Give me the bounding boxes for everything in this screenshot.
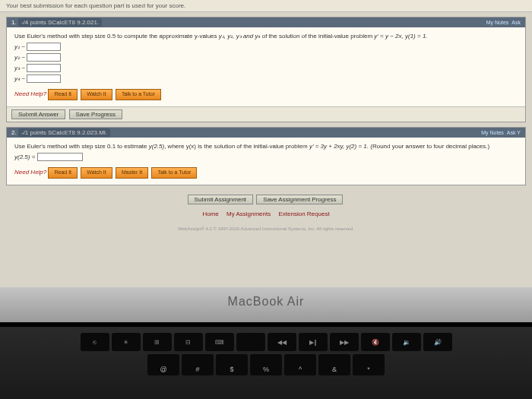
question-1: 1. -/4 points SCalcET8 9.2.021. My Notes… [6,17,526,122]
q1-ask[interactable]: Ask [511,20,521,25]
key-f1: ⎋ [81,333,109,351]
talk-tutor-2[interactable]: Talk to a Tutor [151,167,197,179]
y1-label: y₁ ~ [14,43,25,50]
y1-input[interactable] [27,43,61,51]
q2-text-a: Use Euler's method with step size 0.1 to… [14,143,149,150]
key-f9: ▶▶ [330,333,359,351]
key-f5: ⌨ [205,333,234,351]
y3-label: y₃ ~ [14,65,25,71]
q2-header: 2. -/1 points SCalcET8 9.2.023.MI. My No… [7,128,525,138]
q1-yvals: y₁, y₂, y₃ and y₄ [219,33,261,40]
y2-label: y₂ ~ [14,54,25,61]
extension-link[interactable]: Extension Request [278,211,329,217]
key-f4: ⊟ [174,333,203,351]
q1-mynotes[interactable]: My Notes [486,20,509,25]
q1-eq: y' = y − 2x, y(1) = 1. [374,33,427,40]
score-note: Your best submission for each question p… [0,0,532,12]
y4-label: y₄ ~ [14,75,25,82]
submit-assignment[interactable]: Submit Assignment [188,195,253,204]
key-dollar: $ [216,354,248,375]
key-f12: 🔊 [423,333,452,351]
q1-text-a: Use Euler's method with step size 0.5 to… [14,33,219,40]
y25-input[interactable] [37,153,83,161]
key-f7: ◀◀ [268,333,296,351]
y25-label: y(2.5) = [14,154,37,160]
q2-text-b: , where y(x) is the solution of the init… [164,143,309,150]
q1-header: 1. -/4 points SCalcET8 9.2.021. My Notes… [7,17,525,27]
q2-yval: y(2.5) [149,143,164,150]
q2-body: Use Euler's method with step size 0.1 to… [7,138,525,185]
watch-it-1[interactable]: Watch It [81,89,112,100]
submit-answer-1[interactable]: Submit Answer [11,109,65,119]
master-it-2[interactable]: Master It [116,167,148,179]
key-star: * [353,354,385,375]
home-link[interactable]: Home [202,211,218,217]
assignments-link[interactable]: My Assignments [226,211,271,217]
page-actions: Submit Assignment Save Assignment Progre… [0,195,532,204]
key-caret: ^ [284,354,316,375]
key-f8: ▶‖ [299,333,328,351]
q2-eq: y' = 3y + 2xy, y(2) = 1. [309,143,369,150]
q1-body: Use Euler's method with step size 0.5 to… [7,27,525,106]
read-it-2[interactable]: Read It [48,167,78,179]
watch-it-2[interactable]: Watch It [81,167,112,179]
save-progress-1[interactable]: Save Progress [69,109,122,119]
save-assignment[interactable]: Save Assignment Progress [256,195,343,204]
y4-input[interactable] [27,74,61,83]
q2-points: -/1 points SCalcET8 9.2.023.MI. [18,128,110,137]
key-amp: & [318,354,350,375]
need-help-2: Need Help? [14,168,46,177]
q2-round: (Round your answer to four decimal place… [369,143,489,150]
key-hash: # [182,354,214,375]
key-f10: 🔇 [361,333,390,351]
key-f2: ☀ [112,333,141,351]
y3-input[interactable] [27,64,61,72]
q2-ask[interactable]: Ask Y [507,130,521,135]
macbook-label: MacBook Air [0,287,532,322]
talk-tutor-1[interactable]: Talk to a Tutor [116,89,161,100]
q1-text-b: of the solution of the initial-value pro… [260,33,374,40]
key-percent: % [250,354,282,375]
q2-mynotes[interactable]: My Notes [481,130,504,135]
key-f11: 🔉 [392,333,421,351]
footer-links: Home My Assignments Extension Request [0,211,532,217]
read-it-1[interactable]: Read It [48,89,78,100]
keyboard-num-row: @ # $ % ^ & * [0,354,532,375]
q1-footer: Submit Answer Save Progress [7,106,525,122]
question-2: 2. -/1 points SCalcET8 9.2.023.MI. My No… [6,127,526,185]
key-f6 [236,333,265,351]
key-f3: ⊞ [143,333,172,351]
y2-input[interactable] [27,53,61,62]
q1-num: 1. [11,19,17,26]
need-help-1: Need Help? [14,90,46,99]
q1-points: -/4 points SCalcET8 9.2.021. [18,18,102,27]
copyright: WebAssign® 4.2 © 1997-2016 Advanced Inst… [0,226,532,231]
key-at: @ [147,354,179,375]
q2-num: 2. [11,129,17,136]
